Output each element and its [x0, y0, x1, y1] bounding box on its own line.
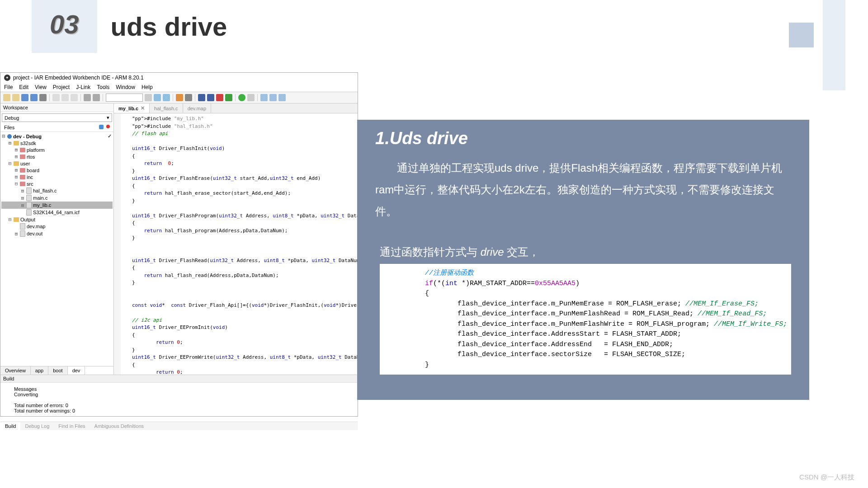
tree-item[interactable]: ⊞my_lib.c [1, 202, 113, 209]
ws-tab-dev[interactable]: dev [68, 366, 85, 375]
ws-tab-app[interactable]: app [31, 366, 48, 375]
build-tab-ambig[interactable]: Ambiguous Definitions [90, 422, 148, 430]
section-title: 1.Uds drive [375, 129, 791, 148]
tree-root[interactable]: ⊟ dev - Debug ✓ [1, 133, 113, 140]
compile-icon[interactable] [198, 94, 205, 101]
window-title: project - IAR Embedded Workbench IDE - A… [13, 75, 144, 81]
save-icon[interactable] [21, 94, 28, 101]
build-output: Messages Converting Total number of erro… [0, 383, 358, 422]
undo-icon[interactable] [84, 94, 91, 101]
editor-tab-mylib[interactable]: my_lib.c✕ [114, 103, 150, 113]
tree-item[interactable]: ⊞board [1, 167, 113, 174]
build-tab-debuglog[interactable]: Debug Log [20, 422, 54, 430]
ws-tab-overview[interactable]: Overview [0, 366, 31, 375]
config-dropdown[interactable]: Debug ▾ [2, 113, 112, 122]
close-icon[interactable]: ✕ [141, 105, 145, 111]
build-errors: Total number of errors: 0 [14, 403, 344, 408]
tree-item[interactable]: ⊟src [1, 180, 113, 187]
titlebar: ✦ project - IAR Embedded Workbench IDE -… [0, 73, 358, 83]
tree-item[interactable]: ⊞dev.out [1, 230, 113, 237]
tool3-icon[interactable] [278, 94, 286, 101]
files-label: Files [4, 125, 14, 130]
menubar: File Edit View Project J-Link Tools Wind… [0, 83, 358, 92]
chevron-down-icon: ▾ [107, 115, 109, 121]
build-tab-find[interactable]: Find in Files [54, 422, 90, 430]
debug-icon[interactable] [238, 94, 245, 101]
decoration [823, 0, 845, 90]
menu-jlink[interactable]: J-Link [76, 84, 90, 90]
workspace-panel: Workspace Debug ▾ Files ⊟ dev - Debug ✓ … [0, 103, 114, 375]
breakpoint-icon[interactable] [225, 94, 232, 101]
build-line: Converting [14, 392, 344, 397]
tool2-icon[interactable] [269, 94, 277, 101]
menu-view[interactable]: View [35, 84, 47, 90]
tree-item[interactable]: S32K144_64_ram.icf [1, 209, 113, 216]
tree-item[interactable]: ⊞inc [1, 174, 113, 180]
tree-item[interactable]: dev.map [1, 223, 113, 230]
config-value: Debug [5, 115, 19, 121]
slide-title: uds drive [111, 11, 227, 42]
print-icon[interactable] [39, 94, 47, 101]
menu-file[interactable]: File [4, 84, 13, 90]
new-icon[interactable] [3, 94, 10, 101]
gear-icon[interactable] [99, 125, 104, 129]
nav-fwd-icon[interactable] [163, 94, 170, 101]
workspace-label: Workspace [0, 103, 113, 112]
tree-item[interactable]: ⊞platform [1, 146, 113, 153]
section-text: 通过单独的工程实现uds drive，提供Flash相关编程函数，程序需要下载到… [375, 157, 791, 222]
file-tree[interactable]: ⊟ dev - Debug ✓ ⊞s32sdk⊞platform⊞rtos⊟us… [0, 132, 113, 366]
ide-window: ✦ project - IAR Embedded Workbench IDE -… [0, 72, 358, 417]
editor-tab-halflash[interactable]: hal_flash.c [150, 103, 183, 113]
editor-tabs: my_lib.c✕ hal_flash.c dev.map [114, 103, 358, 113]
code-editor[interactable]: "pp">#include "my_lib.h" "pp">#include "… [114, 113, 358, 375]
paste-icon[interactable] [71, 94, 78, 101]
build-tabs: Build Debug Log Find in Files Ambiguous … [0, 422, 358, 430]
copy-icon[interactable] [61, 94, 69, 101]
menu-help[interactable]: Help [142, 84, 153, 90]
decoration [789, 23, 814, 47]
code-snippet: //注册驱动函数 if(*(int *)RAM_START_ADDR==0x55… [380, 264, 791, 375]
menu-project[interactable]: Project [53, 84, 70, 90]
status-icon [106, 125, 110, 128]
tree-item[interactable]: ⊞rtos [1, 153, 113, 160]
slide-number: 03 [50, 9, 79, 39]
tree-item[interactable]: ⊞hal_flash.c [1, 187, 113, 194]
nav-back-icon[interactable] [154, 94, 161, 101]
menu-window[interactable]: Window [116, 84, 135, 90]
make-icon[interactable] [207, 94, 214, 101]
redo-icon[interactable] [93, 94, 100, 101]
messages-label: Messages [14, 386, 344, 392]
step-icon[interactable] [247, 94, 255, 101]
editor-panel: my_lib.c✕ hal_flash.c dev.map "pp">#incl… [114, 103, 358, 375]
build-warnings: Total number of warnings: 0 [14, 408, 344, 413]
search-input[interactable] [106, 94, 143, 102]
tree-item[interactable]: ⊟Output [1, 216, 113, 223]
toolbar [0, 92, 358, 103]
slide-header: 03 uds drive [0, 0, 227, 53]
cut-icon[interactable] [52, 94, 60, 101]
tree-item[interactable]: ⊞main.c [1, 194, 113, 202]
build-header: Build [0, 375, 358, 383]
find-icon[interactable] [145, 94, 152, 101]
tree-item[interactable]: ⊞s32sdk [1, 140, 113, 146]
menu-edit[interactable]: Edit [19, 84, 28, 90]
editor-tab-devmap[interactable]: dev.map [183, 103, 211, 113]
ws-tab-boot[interactable]: boot [48, 366, 67, 375]
menu-tools[interactable]: Tools [97, 84, 109, 90]
build-panel: Build Messages Converting Total number o… [0, 375, 358, 430]
watermark: CSDN @一人科技 [799, 473, 854, 482]
workspace-tabs: Overview app boot dev [0, 366, 113, 375]
saveall-icon[interactable] [30, 94, 38, 101]
description-panel: 1.Uds drive 通过单独的工程实现uds drive，提供Flash相关… [357, 120, 809, 400]
bookmark-icon[interactable] [176, 94, 183, 101]
toggle-icon[interactable] [185, 94, 192, 101]
section-subtitle: 通过函数指针方式与 drive 交互， [380, 245, 791, 259]
stop-build-icon[interactable] [216, 94, 223, 101]
app-icon: ✦ [4, 75, 10, 81]
tool1-icon[interactable] [260, 94, 268, 101]
tree-item[interactable]: ⊟user [1, 160, 113, 167]
build-tab-build[interactable]: Build [0, 422, 20, 430]
open-icon[interactable] [12, 94, 19, 101]
